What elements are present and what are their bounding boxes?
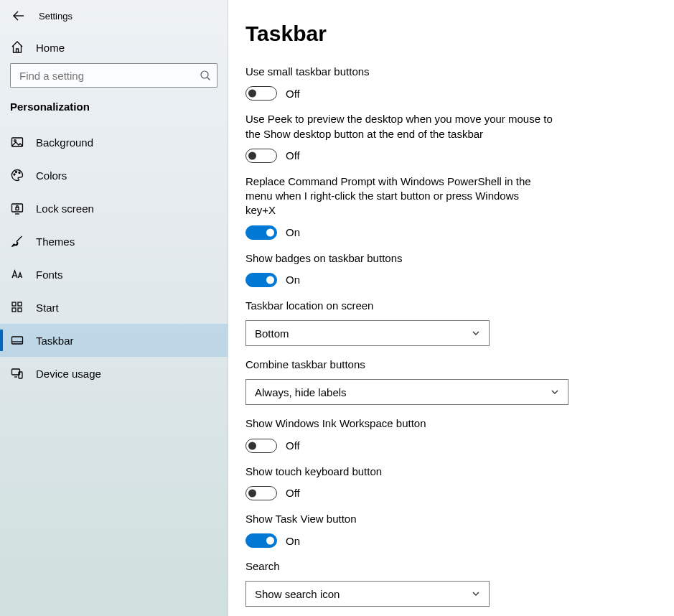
svg-rect-10 <box>18 302 22 306</box>
dropdown-value: Always, hide labels <box>255 386 347 398</box>
toggle-show-badges[interactable] <box>245 273 277 287</box>
setting-show-badges: Show badges on taskbar buttons On <box>245 251 647 287</box>
svg-rect-12 <box>12 337 23 344</box>
setting-label: Search <box>245 559 647 574</box>
nav-item-label: Taskbar <box>36 335 74 347</box>
toggle-task-view[interactable] <box>245 533 277 548</box>
setting-label: Taskbar location on screen <box>245 299 647 313</box>
toggle-peek-preview[interactable] <box>245 149 277 163</box>
app-title: Settings <box>39 11 72 22</box>
svg-rect-8 <box>12 302 16 306</box>
nav-item-lock-screen[interactable]: Lock screen <box>0 192 228 225</box>
svg-point-0 <box>201 71 208 78</box>
toggle-state: On <box>286 226 300 238</box>
start-grid-icon <box>10 300 24 314</box>
nav-item-label: Background <box>36 136 93 149</box>
toggle-state: On <box>286 274 300 286</box>
search-icon <box>200 70 211 81</box>
toggle-powershell[interactable] <box>245 225 277 240</box>
setting-ink-workspace: Show Windows Ink Workspace button Off <box>245 416 647 452</box>
chevron-down-icon <box>551 388 559 396</box>
picture-icon <box>10 135 24 149</box>
svg-rect-7 <box>16 207 19 210</box>
nav-item-start[interactable]: Start <box>0 291 228 324</box>
svg-point-3 <box>14 174 15 175</box>
setting-label: Combine taskbar buttons <box>245 358 647 372</box>
svg-rect-9 <box>12 308 16 312</box>
toggle-state: Off <box>286 88 300 100</box>
page-title: Taskbar <box>245 22 674 46</box>
nav-item-background[interactable]: Background <box>0 126 228 159</box>
dropdown-taskbar-location[interactable]: Bottom <box>245 320 490 346</box>
setting-search: Search Show search icon <box>245 559 647 607</box>
setting-taskbar-location: Taskbar location on screen Bottom <box>245 299 647 346</box>
chevron-down-icon <box>472 329 480 337</box>
nav-item-themes[interactable]: Themes <box>0 225 228 258</box>
setting-combine-buttons: Combine taskbar buttons Always, hide lab… <box>245 358 647 405</box>
dropdown-combine-buttons[interactable]: Always, hide labels <box>245 379 568 405</box>
arrow-left-icon <box>13 10 24 22</box>
nav-item-device-usage[interactable]: Device usage <box>0 357 228 390</box>
sidebar: Settings Home Personalization <box>0 0 228 616</box>
fonts-icon <box>10 267 24 281</box>
nav-item-label: Device usage <box>36 368 101 380</box>
setting-peek-preview: Use Peek to preview the desktop when you… <box>245 112 554 163</box>
titlebar: Settings <box>0 0 228 32</box>
dropdown-value: Show search icon <box>255 588 340 600</box>
devices-icon <box>10 366 24 381</box>
setting-small-taskbar-buttons: Use small taskbar buttons Off <box>245 65 647 101</box>
toggle-ink-workspace[interactable] <box>245 439 277 453</box>
nav-item-label: Themes <box>36 235 75 248</box>
toggle-state: Off <box>286 439 300 452</box>
main-content: Taskbar Use small taskbar buttons Off Us… <box>228 0 674 616</box>
setting-label: Show touch keyboard button <box>245 465 647 479</box>
setting-label: Use small taskbar buttons <box>245 65 647 79</box>
paintbrush-icon <box>10 234 24 248</box>
chevron-down-icon <box>472 589 480 598</box>
setting-label: Show Windows Ink Workspace button <box>245 416 647 431</box>
nav-item-fonts[interactable]: Fonts <box>0 258 228 291</box>
nav-item-taskbar[interactable]: Taskbar <box>0 324 228 357</box>
lock-screen-icon <box>10 201 24 215</box>
toggle-touch-keyboard[interactable] <box>245 486 277 500</box>
home-icon <box>10 40 24 55</box>
setting-label: Replace Command Prompt with Windows Powe… <box>245 174 547 218</box>
svg-rect-1 <box>12 138 23 146</box>
setting-powershell: Replace Command Prompt with Windows Powe… <box>245 174 547 240</box>
svg-point-2 <box>14 140 17 142</box>
taskbar-icon <box>10 333 24 347</box>
dropdown-search[interactable]: Show search icon <box>245 581 490 607</box>
dropdown-value: Bottom <box>255 327 289 340</box>
section-header: Personalization <box>0 101 228 126</box>
setting-label: Use Peek to preview the desktop when you… <box>245 112 554 141</box>
toggle-state: On <box>286 535 300 547</box>
search-input[interactable] <box>11 70 217 82</box>
svg-point-5 <box>19 172 20 174</box>
search-input-container[interactable] <box>10 63 217 88</box>
palette-icon <box>10 168 24 182</box>
nav-item-label: Start <box>36 302 59 314</box>
toggle-state: Off <box>286 487 300 499</box>
nav-item-home[interactable]: Home <box>0 32 228 63</box>
setting-task-view: Show Task View button On <box>245 512 647 548</box>
setting-touch-keyboard: Show touch keyboard button Off <box>245 465 647 500</box>
nav-item-label: Fonts <box>36 269 63 281</box>
nav-item-label: Lock screen <box>36 202 94 215</box>
nav-items: Background Colors Lock screen <box>0 126 228 390</box>
back-button[interactable] <box>11 9 26 23</box>
nav-item-home-label: Home <box>36 42 65 54</box>
svg-rect-11 <box>18 308 22 312</box>
setting-label: Show Task View button <box>245 512 647 526</box>
toggle-state: Off <box>286 149 300 162</box>
nav-item-label: Colors <box>36 169 67 182</box>
setting-label: Show badges on taskbar buttons <box>245 251 647 266</box>
svg-point-4 <box>16 172 17 173</box>
toggle-small-taskbar-buttons[interactable] <box>245 86 277 101</box>
nav-item-colors[interactable]: Colors <box>0 159 228 192</box>
